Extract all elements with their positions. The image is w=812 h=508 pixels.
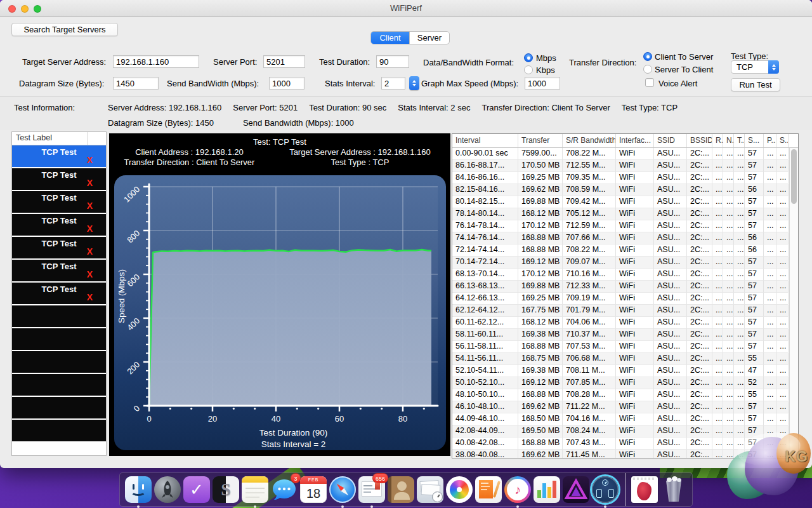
stats-interval-stepper[interactable] bbox=[409, 76, 419, 90]
title-bar[interactable]: WiFiPerf bbox=[0, 0, 812, 17]
dock-notes-icon[interactable] bbox=[242, 476, 268, 503]
table-row[interactable]: 60.11-62.12...168.12 MB704.06 M...WiFiAS… bbox=[452, 317, 798, 329]
test-list-header[interactable]: Test Label bbox=[12, 132, 106, 145]
table-row[interactable]: 66.13-68.13...169.88 MB712.33 M...WiFiAS… bbox=[452, 281, 798, 293]
test-list-item[interactable]: TCP TestX bbox=[12, 260, 106, 283]
table-header-cell[interactable]: BSSID bbox=[687, 134, 712, 147]
table-header-cell[interactable]: T... bbox=[734, 134, 745, 147]
delete-test-button[interactable]: X bbox=[87, 269, 93, 279]
table-row[interactable]: 80.14-82.15...169.88 MB709.42 M...WiFiAS… bbox=[452, 196, 798, 208]
dock-finder-icon[interactable] bbox=[125, 476, 152, 503]
dock-photos-icon[interactable] bbox=[446, 476, 473, 503]
dock-pages-icon[interactable] bbox=[475, 476, 502, 503]
table-cell: 2C:... bbox=[687, 450, 712, 458]
table-header-cell[interactable]: Transfer bbox=[518, 134, 563, 147]
table-header-cell[interactable]: N... bbox=[723, 134, 734, 147]
dock-contacts-icon[interactable] bbox=[388, 476, 414, 503]
test-list-item[interactable]: TCP TestX bbox=[12, 237, 106, 260]
table-row[interactable]: 50.10-52.10...169.12 MB707.85 M...WiFiAS… bbox=[452, 377, 798, 389]
table-row[interactable]: 52.10-54.11...169.38 MB708.11 M...WiFiAS… bbox=[452, 365, 798, 377]
table-cell: ... bbox=[776, 305, 789, 317]
delete-test-button[interactable]: X bbox=[87, 178, 93, 188]
table-scrollbar-thumb[interactable] bbox=[791, 149, 797, 204]
test-list-item[interactable]: TCP TestX bbox=[12, 283, 106, 305]
test-list-item[interactable]: TCP TestX bbox=[12, 168, 106, 191]
voice-alert-checkbox[interactable] bbox=[645, 78, 654, 87]
table-header-cell[interactable]: Interval bbox=[452, 134, 518, 147]
radio-mbps[interactable] bbox=[524, 53, 533, 62]
table-header-cell[interactable]: SSID bbox=[654, 134, 687, 147]
close-window-button[interactable] bbox=[8, 5, 16, 13]
table-cell: 168.12 MB bbox=[518, 208, 563, 220]
server-port-field[interactable] bbox=[263, 55, 305, 68]
table-row[interactable]: 70.14-72.14...169.12 MB709.07 M...WiFiAS… bbox=[452, 257, 798, 269]
datagram-size-field[interactable] bbox=[113, 77, 159, 90]
table-row[interactable]: 82.15-84.16...169.62 MB708.59 M...WiFiAS… bbox=[452, 184, 798, 196]
zoom-window-button[interactable] bbox=[34, 5, 41, 13]
test-list-item[interactable]: TCP TestX bbox=[12, 191, 106, 214]
table-header-cell[interactable]: Interfac... bbox=[616, 134, 654, 147]
table-row[interactable]: 0.00-90.01 sec7599.00...708.22 M...WiFiA… bbox=[452, 148, 798, 160]
dock-mail-icon[interactable]: 656 bbox=[358, 476, 385, 503]
table-header-cell[interactable]: S/R Bandwidth bbox=[563, 134, 616, 147]
test-list-item[interactable]: TCP TestX bbox=[12, 145, 106, 168]
test-type-label: Test Type: bbox=[731, 51, 768, 61]
radio-kbps[interactable] bbox=[524, 65, 533, 74]
table-header-cell[interactable]: S... bbox=[745, 134, 764, 147]
delete-test-button[interactable]: X bbox=[87, 155, 93, 165]
dock-numbers-icon[interactable] bbox=[534, 476, 560, 503]
table-cell: 58.11-60.11... bbox=[452, 329, 518, 341]
delete-test-button[interactable]: X bbox=[87, 292, 93, 302]
table-header-cell[interactable]: P... bbox=[764, 134, 776, 147]
table-row[interactable]: 62.12-64.12...167.75 MB701.79 M...WiFiAS… bbox=[452, 305, 798, 317]
table-row[interactable]: 58.11-60.11...169.38 MB710.37 M...WiFiAS… bbox=[452, 329, 798, 341]
dock-messages-icon[interactable]: 3 bbox=[271, 476, 298, 503]
table-row[interactable]: 48.10-50.10...168.88 MB708.28 M...WiFiAS… bbox=[452, 389, 798, 401]
table-header-cell[interactable]: R... bbox=[712, 134, 723, 147]
table-row[interactable]: 68.13-70.14...170.12 MB710.16 M...WiFiAS… bbox=[452, 269, 798, 281]
table-row[interactable]: 44.09-46.10...168.50 MB704.16 M...WiFiAS… bbox=[452, 413, 798, 425]
table-row[interactable]: 84.16-86.16...169.25 MB709.35 M...WiFiAS… bbox=[452, 172, 798, 184]
delete-test-button[interactable]: X bbox=[87, 224, 93, 234]
dock-wifiperf-icon[interactable] bbox=[592, 476, 619, 503]
test-list: Test Label TCP TestXTCP TestXTCP TestXTC… bbox=[11, 131, 107, 456]
dock-launchpad-icon[interactable] bbox=[154, 476, 181, 503]
dock-scrivener-icon[interactable]: S bbox=[213, 476, 239, 503]
table-row[interactable]: 74.14-76.14...168.88 MB707.66 M...WiFiAS… bbox=[452, 232, 798, 244]
delete-test-button[interactable]: X bbox=[87, 201, 93, 211]
table-row[interactable]: 54.11-56.11...168.75 MB706.68 M...WiFiAS… bbox=[452, 353, 798, 365]
target-server-address-field[interactable] bbox=[113, 55, 199, 68]
graph-max-speed-field[interactable] bbox=[525, 77, 560, 90]
table-row[interactable]: 86.16-88.17...170.50 MB712.55 M...WiFiAS… bbox=[452, 160, 798, 172]
radio-server-to-client[interactable] bbox=[643, 65, 652, 74]
radio-client-to-server[interactable] bbox=[643, 52, 652, 61]
table-row[interactable]: 56.11-58.11...168.88 MB707.53 M...WiFiAS… bbox=[452, 341, 798, 353]
dock-affinity-photo-icon[interactable] bbox=[563, 476, 589, 503]
test-duration-field[interactable] bbox=[376, 55, 409, 68]
delete-test-button[interactable]: X bbox=[87, 246, 93, 257]
search-target-servers-button[interactable]: Search Target Servers bbox=[11, 23, 118, 36]
table-row[interactable]: 76.14-78.14...170.12 MB712.59 M...WiFiAS… bbox=[452, 220, 798, 232]
table-header-cell[interactable]: S... bbox=[776, 134, 789, 147]
table-row[interactable]: 64.12-66.13...169.25 MB709.19 M...WiFiAS… bbox=[452, 293, 798, 305]
test-list-item[interactable]: TCP TestX bbox=[12, 214, 106, 237]
dock-trash-icon[interactable] bbox=[660, 476, 687, 503]
table-scrollbar[interactable] bbox=[789, 148, 798, 458]
dock-omnifocus-icon[interactable]: ✓ bbox=[183, 476, 210, 503]
dock-mail-stack-icon[interactable] bbox=[417, 476, 443, 503]
tab-client[interactable]: Client bbox=[371, 32, 409, 44]
dock-safari-icon[interactable] bbox=[329, 476, 356, 503]
tab-server[interactable]: Server bbox=[409, 32, 449, 44]
dock-itunes-icon[interactable]: ♪ bbox=[504, 476, 531, 503]
table-row[interactable]: 46.10-48.10...169.62 MB711.22 M...WiFiAS… bbox=[452, 401, 798, 413]
dock-document-icon[interactable] bbox=[631, 476, 658, 503]
table-row[interactable]: 78.14-80.14...168.12 MB705.12 M...WiFiAS… bbox=[452, 208, 798, 220]
minimize-window-button[interactable] bbox=[21, 5, 29, 13]
table-cell: 709.07 M... bbox=[563, 257, 616, 269]
run-test-button[interactable]: Run Test bbox=[731, 78, 780, 91]
stats-interval-field[interactable] bbox=[381, 77, 405, 90]
dock-calendar-icon[interactable]: FEB18 bbox=[300, 476, 327, 503]
test-type-select[interactable]: TCP bbox=[731, 60, 779, 74]
table-row[interactable]: 72.14-74.14...168.88 MB708.22 M...WiFiAS… bbox=[452, 244, 798, 257]
send-bandwidth-field[interactable] bbox=[269, 77, 304, 90]
